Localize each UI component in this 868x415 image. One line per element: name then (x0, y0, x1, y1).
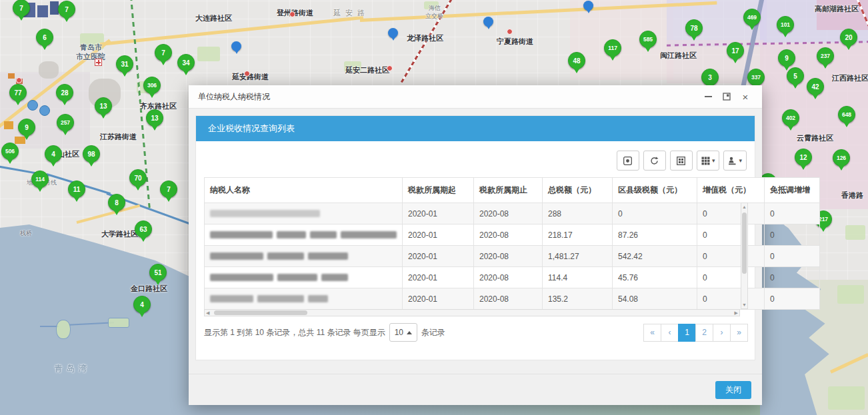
map-pin-blue[interactable] (483, 17, 493, 27)
map-pin-green[interactable]: 7 (58, 1, 75, 18)
page-button-»[interactable]: » (730, 324, 748, 342)
vertical-scrollbar[interactable]: ▲ ▼ (741, 203, 748, 309)
map-pin-green[interactable]: 337 (747, 69, 765, 86)
close-button[interactable]: × (738, 90, 753, 103)
map-label: 香港路 (841, 191, 863, 201)
map-pin-green[interactable]: 3 (701, 69, 719, 86)
map-pin-green[interactable]: 17 (727, 42, 744, 59)
map-pin-green[interactable]: 77 (9, 84, 27, 101)
page-button-‹[interactable]: ‹ (661, 324, 679, 342)
table-cell: 114.4 (543, 267, 613, 288)
map-pin-green[interactable]: 8 (108, 194, 125, 211)
map-cluster-blue[interactable] (39, 105, 50, 116)
map-pin-green[interactable]: 7 (13, 0, 30, 17)
map-pin-green[interactable]: 9 (18, 119, 35, 136)
columns-button[interactable]: ▾ (697, 151, 720, 171)
map-pin-green[interactable]: 126 (833, 149, 850, 167)
pagination-info: 显示第 1 到第 10 条记录，总共 11 条记录 每页显示 10 条记录 (204, 323, 445, 342)
export-button[interactable]: ▾ (723, 151, 747, 171)
map-pin-green[interactable]: 257 (57, 114, 74, 131)
table-cell: 0 (765, 288, 820, 310)
map-pin-green[interactable]: 101 (777, 16, 794, 33)
map-pin-green[interactable]: 6 (36, 29, 53, 46)
map-label: 延安二路社区 (345, 65, 389, 75)
map-pin-green[interactable]: 11 (68, 181, 85, 198)
column-header[interactable]: 总税额（元） (543, 178, 613, 203)
column-header[interactable]: 区县级税额（元） (613, 178, 697, 203)
table-row[interactable]: 2020-012020-08135.254.0800 (205, 288, 820, 310)
map-pin-green[interactable]: 9 (778, 49, 795, 67)
map-pin-green[interactable]: 31 (116, 55, 133, 73)
table-row[interactable]: 2020-012020-08114.445.7600 (205, 267, 820, 288)
map-pin-green[interactable]: 7 (160, 181, 177, 198)
map-pin-blue[interactable] (231, 41, 241, 51)
map-pin-green[interactable]: 306 (143, 77, 161, 94)
map-pin-green[interactable]: 4 (45, 145, 62, 163)
map-pin-green[interactable]: 13 (95, 97, 112, 115)
map-pin-green[interactable]: 98 (83, 145, 100, 163)
pagination-row: 显示第 1 到第 10 条记录，总共 11 条记录 每页显示 10 条记录 «‹… (204, 323, 748, 342)
pagination-toggle-icon (623, 157, 632, 165)
map-pin-green[interactable]: 34 (177, 54, 195, 71)
table-cell: 218.17 (543, 224, 613, 246)
pagination-toggle-button[interactable] (617, 151, 639, 171)
map-pin-green[interactable]: 12 (795, 149, 812, 166)
page-button-1[interactable]: 1 (678, 324, 696, 342)
map-pin-green[interactable]: 585 (639, 31, 657, 48)
map-pin-green[interactable]: 506 (1, 143, 19, 160)
map-pin-blue[interactable] (388, 28, 398, 38)
column-header[interactable]: 增值税（元） (697, 178, 765, 203)
scroll-left-arrow[interactable]: ◀ (206, 310, 209, 315)
map-pin-green[interactable]: 469 (743, 9, 761, 26)
map-pin-green[interactable]: 42 (807, 78, 824, 95)
map-pin-green[interactable]: 402 (782, 109, 799, 127)
map-pin-green[interactable]: 28 (56, 84, 73, 101)
page-button-›[interactable]: › (713, 324, 731, 342)
toggle-view-button[interactable] (670, 151, 693, 171)
map-pin-green[interactable]: 51 (149, 264, 167, 281)
vertical-scroll-thumb[interactable] (742, 212, 747, 274)
map-label: 闽江路社区 (660, 51, 697, 61)
table-row[interactable]: 2020-012020-08218.1787.2600 (205, 224, 820, 246)
map-pin-green[interactable]: 5 (787, 67, 804, 85)
map-pin-green[interactable]: 648 (838, 106, 855, 123)
park (837, 285, 864, 304)
scroll-up-arrow[interactable]: ▲ (742, 205, 747, 209)
map-cluster-blue[interactable] (27, 100, 38, 111)
page-button-2[interactable]: 2 (695, 324, 713, 342)
page-size-value: 10 (395, 328, 403, 337)
hospital-icon (95, 59, 102, 66)
map-pin-green[interactable]: 117 (604, 39, 621, 57)
map-pin-green[interactable]: 48 (568, 52, 585, 69)
map-pin-green[interactable]: 63 (135, 220, 152, 238)
building (4, 121, 13, 129)
map-pin-green[interactable]: 78 (685, 19, 703, 37)
minimize-icon (705, 96, 712, 97)
map-pin-green[interactable]: 4 (133, 296, 151, 313)
page-button-«[interactable]: « (643, 324, 661, 342)
refresh-button[interactable] (643, 151, 666, 171)
column-header[interactable]: 税款所属期起 (403, 178, 474, 203)
scroll-right-arrow[interactable]: ▶ (735, 310, 738, 315)
query-panel: 企业税收情况查询列表 (195, 115, 755, 360)
page-size-select[interactable]: 10 (389, 323, 417, 342)
table-row[interactable]: 2020-012020-08288000 (205, 203, 820, 224)
map-pin-green[interactable]: 20 (840, 29, 857, 46)
map-pin-green[interactable]: 13 (146, 109, 163, 127)
map-pin-green[interactable]: 237 (817, 47, 834, 65)
column-header[interactable]: 税款所属期止 (474, 178, 543, 203)
scroll-down-arrow[interactable]: ▼ (742, 302, 747, 307)
map-pin-blue[interactable] (583, 1, 593, 11)
horizontal-scrollbar[interactable]: ◀ ▶ (204, 309, 740, 316)
map-pin-green[interactable]: 70 (129, 169, 147, 187)
table-row[interactable]: 2020-012020-081,481.27542.4200 (205, 246, 820, 267)
map-pin-green[interactable]: 7 (155, 44, 172, 61)
map-pin-green[interactable]: 114 (31, 171, 49, 188)
maximize-button[interactable] (719, 90, 734, 103)
column-header[interactable]: 免抵调增增 (765, 178, 820, 203)
minimize-button[interactable] (701, 90, 715, 103)
park (845, 225, 865, 240)
dialog-close-button[interactable]: 关闭 (715, 381, 751, 399)
horizontal-scroll-thumb[interactable] (214, 310, 307, 315)
column-header[interactable]: 纳税人名称 (205, 178, 403, 203)
